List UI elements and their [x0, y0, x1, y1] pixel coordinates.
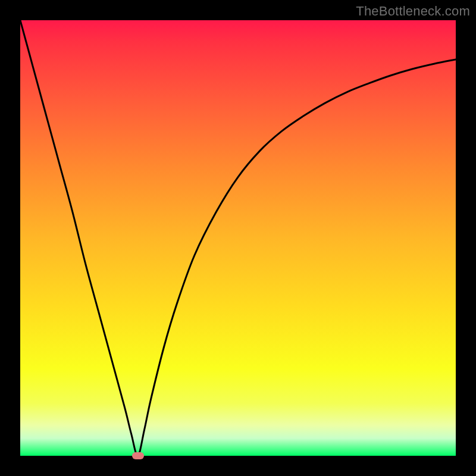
- bottleneck-curve: [20, 20, 456, 456]
- plot-area: [20, 20, 456, 456]
- minimum-marker: [132, 452, 144, 459]
- watermark-text: TheBottleneck.com: [356, 4, 470, 19]
- chart-frame: TheBottleneck.com: [0, 0, 476, 476]
